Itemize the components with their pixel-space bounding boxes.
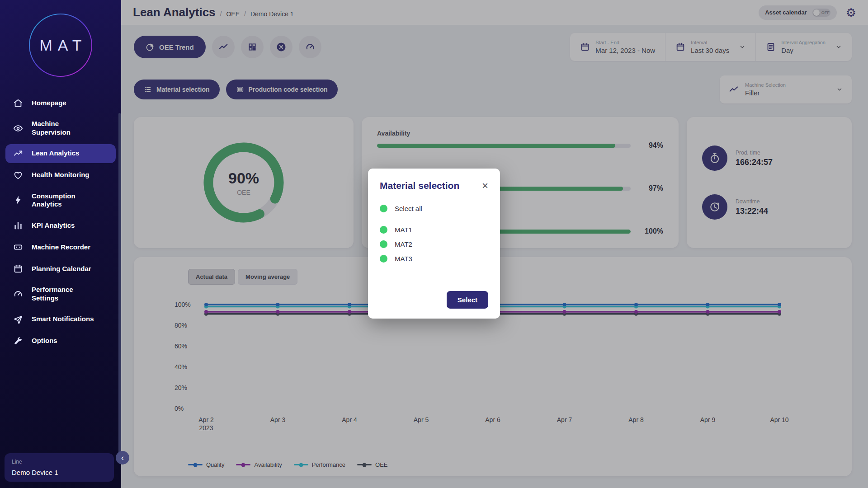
wrench-icon	[13, 336, 24, 346]
sidebar-item-label: Health Monitoring	[32, 171, 90, 179]
sidebar-item-performance-settings[interactable]: Performance Settings	[5, 281, 116, 307]
sidebar-item-options[interactable]: Options	[5, 332, 116, 351]
option-label: Select all	[395, 205, 422, 212]
modal-title: Material selection	[380, 180, 459, 191]
sidebar-item-label: Planning Calendar	[32, 265, 91, 273]
select-button[interactable]: Select	[447, 291, 488, 309]
sidebar-item-label: Machine Supervision	[32, 120, 99, 137]
modal-actions: Select	[380, 291, 488, 309]
device-panel[interactable]: Line Demo Device 1	[5, 453, 114, 482]
gauge-icon	[13, 289, 24, 299]
sidebar-item-label: Lean Analytics	[32, 149, 79, 158]
trend-line-icon	[13, 149, 24, 159]
sidebar-collapse-button[interactable]: ‹	[116, 451, 129, 465]
option-mat1[interactable]: MAT1	[380, 226, 488, 234]
bar-chart-icon	[13, 221, 24, 230]
option-label: MAT2	[395, 240, 412, 248]
close-icon[interactable]: ×	[482, 180, 488, 191]
sidebar-item-label: Homepage	[32, 99, 66, 108]
option-select-all[interactable]: Select all	[380, 205, 488, 212]
sidebar-scrollbar[interactable]	[118, 113, 121, 456]
send-icon	[13, 314, 24, 324]
recorder-icon	[13, 242, 24, 252]
sidebar-item-kpi-analytics[interactable]: KPI Analytics	[5, 216, 116, 235]
sidebar-item-machine-recorder[interactable]: Machine Recorder	[5, 238, 116, 257]
material-selection-modal: Material selection × Select all MAT1 MAT…	[368, 169, 500, 319]
radio-selected-icon	[380, 255, 387, 263]
option-label: MAT1	[395, 226, 412, 234]
chevron-left-icon: ‹	[121, 453, 124, 463]
sidebar-item-machine-supervision[interactable]: Machine Supervision	[5, 115, 116, 141]
calendar-icon	[13, 264, 24, 274]
sidebar-item-label: Options	[32, 337, 57, 345]
sidebar-item-smart-notifications[interactable]: Smart Notifications	[5, 310, 116, 329]
modal-header: Material selection ×	[380, 180, 488, 191]
option-mat2[interactable]: MAT2	[380, 240, 488, 248]
device-panel-value: Demo Device 1	[12, 469, 107, 476]
logo-circle: MAT	[29, 14, 92, 77]
device-panel-label: Line	[12, 459, 107, 465]
sidebar-item-label: Smart Notifications	[32, 315, 94, 324]
sidebar-item-label: Performance Settings	[32, 286, 99, 303]
option-label: MAT3	[395, 255, 412, 263]
home-icon	[13, 98, 24, 108]
option-mat3[interactable]: MAT3	[380, 255, 488, 263]
sidebar-item-label: Consumption Analytics	[32, 192, 99, 209]
sidebar-item-health-monitoring[interactable]: Health Monitoring	[5, 166, 116, 185]
eye-icon	[13, 123, 24, 133]
sidebar-item-label: KPI Analytics	[32, 221, 75, 230]
app-root: MAT Homepage Machine Supervision Lean An…	[0, 0, 868, 488]
sidebar-item-planning-calendar[interactable]: Planning Calendar	[5, 259, 116, 278]
sidebar: MAT Homepage Machine Supervision Lean An…	[0, 0, 121, 488]
sidebar-nav: Homepage Machine Supervision Lean Analyt…	[0, 92, 121, 352]
radio-selected-icon	[380, 205, 387, 212]
sidebar-item-label: Machine Recorder	[32, 243, 90, 252]
sidebar-item-consumption-analytics[interactable]: Consumption Analytics	[5, 188, 116, 214]
sidebar-item-homepage[interactable]: Homepage	[5, 94, 116, 113]
radio-selected-icon	[380, 226, 387, 234]
logo: MAT	[0, 0, 121, 92]
heart-icon	[13, 170, 24, 180]
bolt-icon	[13, 195, 24, 205]
radio-selected-icon	[380, 240, 387, 248]
logo-text: MAT	[34, 37, 87, 54]
sidebar-item-lean-analytics[interactable]: Lean Analytics	[5, 144, 116, 163]
